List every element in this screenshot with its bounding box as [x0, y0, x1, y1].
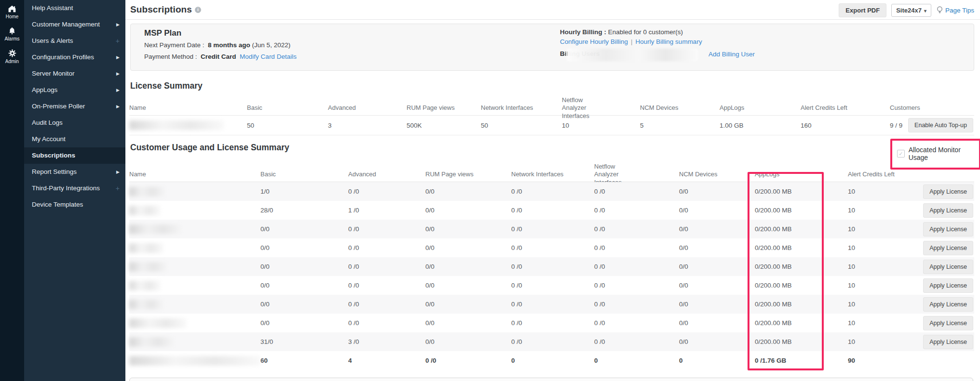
chevron-right-icon: ▶: [116, 49, 120, 66]
redacted-customer-name: [129, 262, 167, 272]
modify-card-details-link[interactable]: Modify Card Details: [240, 53, 297, 60]
customer-usage-row: 31/0 3 /0 0/0 0 /0 0 /0 0/0 0/200.00 MB …: [129, 332, 974, 351]
hourly-billing-line: Hourly Billing : Enabled for 0 customer(…: [560, 28, 926, 36]
rail-item-alarms[interactable]: Alarms: [0, 22, 24, 41]
next-payment-line: Next Payment Date : 8 months ago (Jun 5,…: [144, 41, 297, 49]
chevron-right-icon: ▶: [116, 98, 120, 115]
gear-icon: [0, 49, 24, 58]
redacted-customer-name: [129, 337, 174, 347]
checkbox-icon[interactable]: ✓: [897, 150, 905, 158]
plan-name: MSP Plan: [144, 28, 297, 38]
customer-usage-total-row: 60 4 0 /0 0 0 0 0 /1.76 GB 90: [129, 351, 974, 370]
redacted-customer-name: [129, 356, 260, 366]
customer-usage-row: 0/0 0 /0 0/0 0 /0 0 /0 0/0 0/200.00 MB 1…: [129, 220, 974, 238]
license-summary-title: License Summary: [130, 81, 203, 91]
redacted-customer-name: [129, 187, 165, 197]
license-summary-header-row: Name Basic Advanced RUM Page views Netwo…: [129, 96, 974, 116]
plan-summary-panel: MSP Plan Next Payment Date : 8 months ag…: [130, 24, 974, 71]
apply-license-button[interactable]: Apply License: [923, 241, 973, 255]
chevron-down-icon: ▾: [924, 8, 926, 13]
admin-sidebar: Help Assistant Customer Management▶ User…: [24, 0, 125, 381]
chevron-right-icon: ▶: [116, 66, 120, 82]
apply-license-button[interactable]: Apply License: [923, 278, 973, 293]
bell-icon: [0, 26, 24, 35]
customer-usage-table: Name Basic Advanced RUM Page views Netwo…: [129, 163, 974, 370]
customer-usage-row: 28/0 1 /0 0/0 0 /0 0 /0 0/0 0/200.00 MB …: [129, 201, 974, 220]
sidebar-item-server-monitor[interactable]: Server Monitor▶: [24, 66, 125, 82]
sidebar-item-on-premise-poller[interactable]: On-Premise Poller▶: [24, 98, 125, 115]
customer-usage-row: 0/0 0 /0 0/0 0 /0 0 /0 0/0 0/200.00 MB 1…: [129, 295, 974, 314]
apply-license-button[interactable]: Apply License: [923, 260, 973, 274]
customer-usage-row: 0/0 0 /0 0/0 0 /0 0 /0 0/0 0/200.00 MB 1…: [129, 314, 974, 332]
redacted-customer-name: [129, 300, 163, 309]
redacted-customer-name: [129, 206, 160, 215]
customer-usage-row: 0/0 0 /0 0/0 0 /0 0 /0 0/0 0/200.00 MB 1…: [129, 238, 974, 257]
allocated-monitor-usage-label: Allocated Monitor Usage: [909, 146, 980, 161]
rail-item-label: Home: [0, 14, 24, 19]
apply-license-button[interactable]: Apply License: [923, 203, 973, 218]
redacted-billing-user: [567, 49, 698, 61]
customer-usage-header-row: Name Basic Advanced RUM Page views Netwo…: [129, 163, 974, 182]
apply-license-button[interactable]: Apply License: [923, 316, 973, 330]
sidebar-item-applogs[interactable]: AppLogs▶: [24, 82, 125, 98]
plus-icon: +: [116, 33, 120, 49]
icon-rail: Home Alarms A: [0, 0, 24, 381]
billing-users-line: Billing Users Add Billing User: [560, 50, 926, 61]
sidebar-item-users-alerts[interactable]: Users & Alerts+: [24, 33, 125, 49]
apply-license-button[interactable]: Apply License: [923, 297, 973, 312]
customer-usage-row: 1/0 0 /0 0/0 0 /0 0 /0 0/0 0/200.00 MB 1…: [129, 182, 974, 201]
customer-usage-row: 0/0 0 /0 0/0 0 /0 0 /0 0/0 0/200.00 MB 1…: [129, 257, 974, 276]
bulb-icon: [936, 6, 943, 15]
sidebar-item-configuration-profiles[interactable]: Configuration Profiles▶: [24, 49, 125, 66]
rail-item-home[interactable]: Home: [0, 0, 24, 19]
payment-method-line: Payment Method : Credit Card Modify Card…: [144, 53, 297, 60]
sidebar-item-help-assistant[interactable]: Help Assistant: [24, 0, 125, 16]
workspace-dropdown[interactable]: Site24x7▾: [891, 4, 931, 17]
next-section-panel: [129, 378, 973, 381]
export-pdf-button[interactable]: Export PDF: [839, 3, 886, 17]
info-icon[interactable]: i: [195, 7, 201, 13]
page-header: Subscriptionsi Export PDF Site24x7▾ Page…: [125, 0, 980, 20]
sidebar-item-my-account[interactable]: My Account: [24, 131, 125, 147]
sidebar-item-audit-logs[interactable]: Audit Logs: [24, 115, 125, 131]
apply-license-button[interactable]: Apply License: [923, 184, 973, 199]
redacted-customer-name: [129, 243, 163, 253]
license-summary-table: Name Basic Advanced RUM Page views Netwo…: [129, 96, 974, 135]
redacted-customer-name: [129, 224, 181, 234]
customer-usage-row: 0/0 0 /0 0/0 0 /0 0 /0 0/0 0/200.00 MB 1…: [129, 276, 974, 295]
main-content: Subscriptionsi Export PDF Site24x7▾ Page…: [125, 0, 980, 381]
apply-license-button[interactable]: Apply License: [923, 222, 973, 236]
home-icon: [0, 4, 24, 13]
redacted-customer-name: [129, 281, 160, 290]
redacted-account-name: [129, 120, 224, 130]
rail-item-label: Admin: [0, 59, 24, 64]
apply-license-button[interactable]: Apply License: [923, 335, 973, 349]
license-summary-row: 50 3 500K 50 10 5 1.00 GB 160 9 / 9 Enab…: [129, 116, 974, 135]
page-title: Subscriptionsi: [130, 4, 201, 15]
allocated-monitor-usage-checkbox[interactable]: ✓ Allocated Monitor Usage: [897, 146, 980, 161]
sidebar-item-subscriptions[interactable]: Subscriptions: [24, 147, 125, 164]
rail-item-label: Alarms: [0, 36, 24, 41]
sidebar-item-third-party-integrations[interactable]: Third-Party Integrations+: [24, 180, 125, 197]
chevron-right-icon: ▶: [116, 16, 120, 33]
hourly-billing-summary-link[interactable]: Hourly Billing summary: [636, 38, 702, 45]
add-billing-user-link[interactable]: Add Billing User: [708, 51, 755, 58]
sidebar-item-device-templates[interactable]: Device Templates: [24, 197, 125, 213]
redacted-customer-name: [129, 318, 186, 328]
sidebar-item-report-settings[interactable]: Report Settings▶: [24, 164, 125, 180]
chevron-right-icon: ▶: [116, 164, 120, 180]
rail-item-admin[interactable]: Admin: [0, 44, 24, 64]
chevron-right-icon: ▶: [116, 82, 120, 98]
customer-usage-title: Customer Usage and License Summary: [130, 143, 289, 153]
enable-auto-top-up-button[interactable]: Enable Auto Top-up: [908, 118, 973, 132]
sidebar-item-customer-management[interactable]: Customer Management▶: [24, 16, 125, 33]
plus-icon: +: [116, 180, 120, 197]
page-tips-link[interactable]: Page Tips: [936, 6, 974, 15]
configure-hourly-billing-link[interactable]: Configure Hourly Billing: [560, 38, 628, 45]
